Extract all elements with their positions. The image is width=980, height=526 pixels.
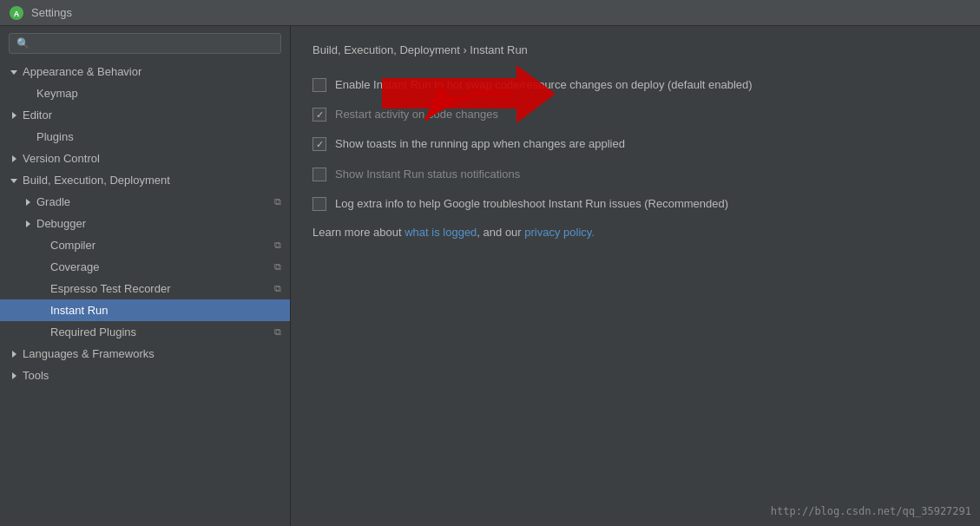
chevron-right-icon: [9, 349, 19, 359]
checkbox-enable-instant-run[interactable]: [312, 78, 326, 92]
search-box[interactable]: 🔍: [9, 33, 281, 54]
sidebar-item-label: Espresso Test Recorder: [50, 282, 171, 295]
options-list: Enable Instant Run to hot swap code/reso…: [312, 77, 958, 212]
checkbox-log-extra[interactable]: [312, 197, 326, 211]
option-row-show-status: Show Instant Run status notifications: [312, 167, 958, 182]
svg-marker-3: [12, 112, 16, 119]
sidebar-item-gradle[interactable]: Gradle⧉: [0, 191, 290, 213]
chevron-right-icon: [9, 371, 19, 381]
copy-icon[interactable]: ⧉: [274, 283, 281, 294]
chevron-down-icon: [9, 175, 19, 186]
option-text-log-extra: Log extra info to help Google troublesho…: [335, 196, 728, 212]
sidebar-item-required-plugins[interactable]: Required Plugins⧉: [0, 321, 290, 343]
copy-icon[interactable]: ⧉: [274, 326, 281, 338]
chevron-right-icon: [23, 197, 33, 207]
sidebar-item-label: Required Plugins: [50, 325, 136, 339]
sidebar-item-instant-run[interactable]: Instant Run: [0, 299, 290, 321]
copy-icon[interactable]: ⧉: [274, 240, 281, 251]
sidebar-item-label: Version Control: [23, 152, 100, 165]
option-row-restart-activity: Restart activity on code changes: [312, 107, 958, 122]
sidebar-item-label: Languages & Frameworks: [23, 347, 155, 360]
svg-marker-7: [26, 220, 30, 227]
sidebar-item-languages[interactable]: Languages & Frameworks: [0, 343, 290, 365]
sidebar-item-label: Instant Run: [50, 304, 109, 317]
sidebar-item-version-control[interactable]: Version Control: [0, 148, 290, 169]
main-layout: 🔍 Appearance & BehaviorKeymapEditorPlugi…: [0, 26, 980, 526]
nav-list: Appearance & BehaviorKeymapEditorPlugins…: [0, 61, 290, 386]
svg-marker-4: [12, 155, 16, 162]
option-text-enable-instant-run: Enable Instant Run to hot swap code/reso…: [335, 77, 753, 93]
svg-marker-6: [26, 199, 30, 206]
checkbox-restart-activity[interactable]: [312, 108, 326, 122]
svg-marker-9: [12, 372, 16, 379]
learn-more-text: Learn more about what is logged, and our…: [312, 226, 958, 239]
chevron-right-icon: [9, 110, 19, 121]
privacy-policy-link[interactable]: privacy policy.: [524, 226, 595, 239]
sidebar-item-keymap[interactable]: Keymap: [0, 82, 290, 104]
search-input[interactable]: [34, 37, 273, 49]
search-icon: 🔍: [16, 37, 30, 49]
copy-icon[interactable]: ⧉: [274, 261, 281, 273]
sidebar-item-debugger[interactable]: Debugger: [0, 213, 290, 234]
sidebar-item-label: Build, Execution, Deployment: [23, 174, 170, 187]
option-row-log-extra: Log extra info to help Google troublesho…: [312, 196, 958, 212]
sidebar-item-label: Editor: [23, 108, 52, 122]
sidebar-item-coverage[interactable]: Coverage⧉: [0, 256, 290, 278]
svg-marker-5: [10, 179, 17, 183]
svg-text:A: A: [14, 10, 20, 18]
sidebar-item-espresso[interactable]: Espresso Test Recorder⧉: [0, 278, 290, 299]
svg-marker-2: [10, 70, 17, 75]
sidebar-item-appearance[interactable]: Appearance & Behavior: [0, 61, 290, 82]
sidebar-item-plugins[interactable]: Plugins: [0, 126, 290, 148]
watermark: http://blog.csdn.net/qq_35927291: [771, 505, 971, 517]
copy-icon[interactable]: ⧉: [274, 196, 281, 207]
option-row-enable-instant-run: Enable Instant Run to hot swap code/reso…: [312, 77, 958, 93]
svg-marker-8: [12, 351, 16, 358]
option-row-show-toasts: Show toasts in the running app when chan…: [312, 136, 958, 152]
sidebar: 🔍 Appearance & BehaviorKeymapEditorPlugi…: [0, 26, 291, 526]
sidebar-item-label: Gradle: [36, 195, 70, 208]
sidebar-item-label: Appearance & Behavior: [23, 65, 141, 78]
option-text-show-status: Show Instant Run status notifications: [335, 167, 520, 182]
title-bar: A Settings: [0, 0, 980, 26]
sidebar-item-editor[interactable]: Editor: [0, 104, 290, 126]
sidebar-item-build-execution[interactable]: Build, Execution, Deployment: [0, 169, 290, 191]
learn-more-middle: , and our: [477, 226, 524, 239]
sidebar-item-label: Compiler: [50, 239, 95, 252]
checkbox-show-status[interactable]: [312, 168, 326, 181]
checkbox-show-toasts[interactable]: [312, 137, 326, 151]
chevron-right-icon: [9, 154, 19, 164]
sidebar-item-compiler[interactable]: Compiler⧉: [0, 234, 290, 256]
chevron-down-icon: [9, 67, 19, 77]
sidebar-item-label: Keymap: [36, 87, 78, 100]
breadcrumb: Build, Execution, Deployment › Instant R…: [312, 43, 958, 56]
sidebar-item-label: Plugins: [36, 130, 74, 143]
content-panel: Build, Execution, Deployment › Instant R…: [291, 26, 980, 526]
what-is-logged-link[interactable]: what is logged: [404, 226, 477, 239]
option-text-show-toasts: Show toasts in the running app when chan…: [335, 136, 625, 152]
sidebar-item-label: Tools: [23, 369, 49, 382]
learn-more-prefix: Learn more about: [312, 226, 404, 239]
sidebar-item-label: Coverage: [50, 260, 99, 273]
app-title: Settings: [31, 6, 72, 19]
sidebar-item-label: Debugger: [36, 217, 86, 230]
option-text-restart-activity: Restart activity on code changes: [335, 107, 498, 122]
app-logo: A: [9, 5, 24, 21]
chevron-right-icon: [23, 219, 33, 229]
sidebar-item-tools[interactable]: Tools: [0, 365, 290, 386]
